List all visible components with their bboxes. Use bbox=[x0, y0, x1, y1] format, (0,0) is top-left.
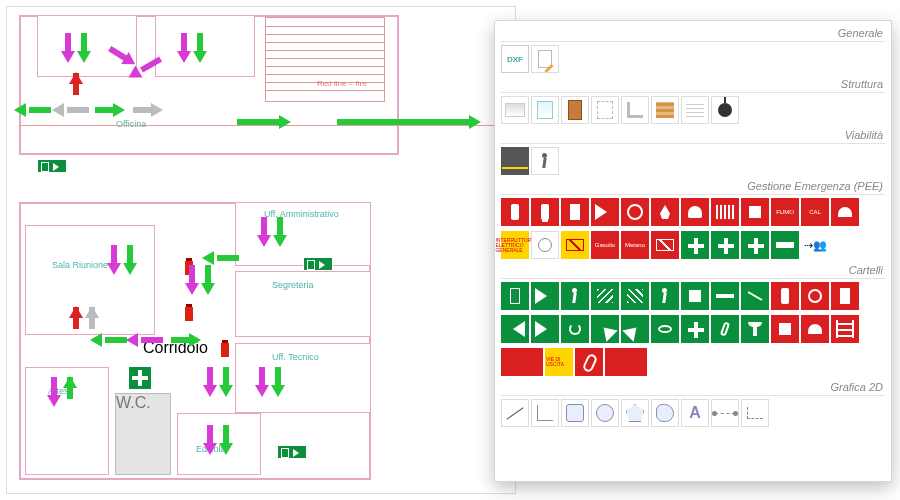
sign-first-aid-board[interactable] bbox=[681, 315, 709, 343]
tool-opening[interactable] bbox=[591, 96, 619, 124]
section-header-generale: Generale bbox=[501, 26, 885, 42]
tool-pedestrian[interactable] bbox=[531, 147, 559, 175]
sign-smoke[interactable]: FUMO bbox=[771, 198, 799, 226]
room-segreteria: Segreteria bbox=[235, 271, 371, 337]
sign-hose-board[interactable] bbox=[801, 282, 829, 310]
sign-shower[interactable] bbox=[741, 315, 769, 343]
arrow-evac bbox=[177, 33, 191, 69]
label-wc: W.C. bbox=[116, 394, 151, 411]
sign-first-aid[interactable] bbox=[681, 231, 709, 259]
sign-emergency-phone[interactable] bbox=[711, 315, 739, 343]
arrow-evac bbox=[337, 115, 487, 129]
sign-stairs-up[interactable] bbox=[621, 282, 649, 310]
floorplan-canvas[interactable]: Dep. Attrezzature Dep. Materiali Officin… bbox=[6, 6, 516, 494]
sign-break-glass[interactable] bbox=[681, 282, 709, 310]
tool-edit-document[interactable] bbox=[531, 45, 559, 73]
sign-exit-door[interactable] bbox=[501, 282, 529, 310]
sign-exit-routes[interactable]: VIE DI USCITA bbox=[545, 348, 573, 376]
sign-eyewash[interactable] bbox=[651, 315, 679, 343]
arrow-evac bbox=[271, 367, 285, 403]
sign-extinguisher-wheeled[interactable] bbox=[531, 198, 559, 226]
sign-extinguisher[interactable] bbox=[501, 198, 529, 226]
label-segreteria: Segreteria bbox=[272, 280, 314, 290]
sign-main-switch[interactable]: INTERRUTTORE ELETTRICO GENERALE bbox=[501, 231, 529, 259]
sign-running-man[interactable] bbox=[561, 282, 589, 310]
tool-polyline[interactable] bbox=[531, 399, 559, 427]
arrow-evac bbox=[185, 265, 199, 301]
tool-road[interactable] bbox=[501, 147, 529, 175]
sign-stretcher[interactable] bbox=[771, 231, 799, 259]
sign-fire-alarm[interactable] bbox=[801, 315, 829, 343]
sign-fire-phone[interactable] bbox=[575, 348, 603, 376]
sign-flame[interactable] bbox=[651, 198, 679, 226]
tool-text[interactable]: A bbox=[681, 399, 709, 427]
tool-circle[interactable] bbox=[591, 399, 619, 427]
sign-fire-arrow[interactable] bbox=[591, 198, 619, 226]
sign-no-entry[interactable] bbox=[651, 231, 679, 259]
exit-sign bbox=[277, 445, 307, 459]
sign-fire-ladder[interactable] bbox=[831, 315, 859, 343]
sign-prohibition-bar-2[interactable] bbox=[605, 348, 647, 376]
tool-freeform[interactable] bbox=[651, 399, 679, 427]
tool-door[interactable] bbox=[561, 96, 589, 124]
tool-bomb-shelter[interactable] bbox=[711, 96, 739, 124]
tool-stairs[interactable] bbox=[651, 96, 679, 124]
section-header-grafica2d: Grafica 2D bbox=[501, 380, 885, 396]
arrow-evac bbox=[47, 377, 61, 413]
arrow-evac bbox=[203, 367, 217, 403]
sign-hydrant-board[interactable] bbox=[831, 282, 859, 310]
arrow-fire bbox=[69, 307, 83, 343]
sign-stairs-down[interactable] bbox=[591, 282, 619, 310]
arrow-evac bbox=[63, 377, 77, 413]
sign-assembly-point[interactable]: ⇢👥 bbox=[801, 231, 829, 259]
sign-exit-down-left[interactable] bbox=[591, 315, 619, 343]
sign-slide[interactable] bbox=[741, 282, 769, 310]
sign-extinguisher-board[interactable] bbox=[771, 282, 799, 310]
sign-alarm-button[interactable] bbox=[771, 315, 799, 343]
arrow-evac bbox=[257, 217, 271, 253]
sign-prohibition-bar[interactable] bbox=[501, 348, 543, 376]
sign-wheelchair[interactable] bbox=[561, 315, 589, 343]
tool-dimension-linear[interactable] bbox=[711, 399, 739, 427]
sign-no-extinguish[interactable] bbox=[561, 231, 589, 259]
tool-dimension-aligned[interactable] bbox=[741, 399, 769, 427]
arrow-evac bbox=[219, 367, 233, 403]
sign-fire-point[interactable] bbox=[741, 198, 769, 226]
arrow-evac bbox=[219, 425, 233, 461]
sign-metano[interactable]: Metano bbox=[621, 231, 649, 259]
sign-exit-left[interactable] bbox=[501, 315, 529, 343]
sign-siren[interactable] bbox=[831, 198, 859, 226]
arrow-evac bbox=[237, 115, 297, 129]
tool-grid[interactable] bbox=[681, 96, 709, 124]
tool-polygon[interactable] bbox=[621, 399, 649, 427]
sign-first-aid-2[interactable] bbox=[711, 231, 739, 259]
section-header-viabilita: Viabilità bbox=[501, 128, 885, 144]
sign-first-aid-3[interactable] bbox=[741, 231, 769, 259]
sign-exit-down-right[interactable] bbox=[621, 315, 649, 343]
sign-valve[interactable] bbox=[531, 231, 559, 259]
row-cartelli-3: VIE DI USCITA bbox=[501, 345, 885, 378]
tool-wall[interactable] bbox=[501, 96, 529, 124]
sign-fire-blanket[interactable] bbox=[711, 198, 739, 226]
sign-exit-right[interactable] bbox=[531, 315, 559, 343]
tool-corner[interactable] bbox=[621, 96, 649, 124]
sign-hose-reel[interactable] bbox=[621, 198, 649, 226]
row-emergenza-1: FUMO CAL bbox=[501, 195, 885, 228]
first-aid-sign bbox=[129, 367, 151, 389]
arrow-evac bbox=[107, 245, 121, 281]
sign-alarm-bell[interactable] bbox=[681, 198, 709, 226]
arrow-evac bbox=[127, 333, 163, 347]
sign-gasolio[interactable]: Gasolio bbox=[591, 231, 619, 259]
room-wc: W.C. bbox=[115, 393, 171, 475]
tool-line[interactable] bbox=[501, 399, 529, 427]
sign-arrow-right[interactable] bbox=[531, 282, 559, 310]
tool-import-dxf[interactable]: DXF bbox=[501, 45, 529, 73]
sign-push-bar[interactable] bbox=[711, 282, 739, 310]
sign-heat[interactable]: CAL bbox=[801, 198, 829, 226]
arrow-evac bbox=[123, 245, 137, 281]
arrow-evac bbox=[203, 425, 217, 461]
tool-window[interactable] bbox=[531, 96, 559, 124]
sign-hydrant[interactable] bbox=[561, 198, 589, 226]
sign-exit-running-up[interactable] bbox=[651, 282, 679, 310]
tool-rectangle[interactable] bbox=[561, 399, 589, 427]
